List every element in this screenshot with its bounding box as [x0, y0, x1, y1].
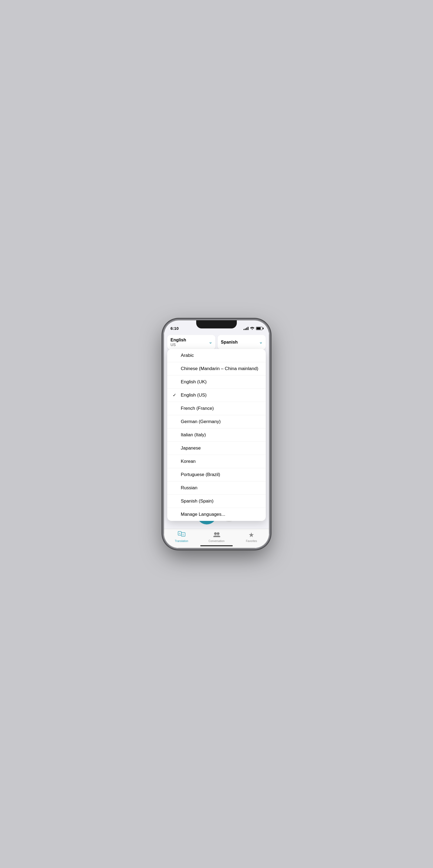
translation-tab-label: Translation	[175, 539, 188, 542]
dropdown-item-manage[interactable]: Manage Languages...	[167, 508, 266, 521]
dropdown-item-english-uk[interactable]: English (UK)	[167, 375, 266, 389]
dropdown-item-spanish[interactable]: Spanish (Spain)	[167, 495, 266, 508]
dropdown-label-arabic: Arabic	[181, 353, 194, 358]
dropdown-label-italian: Italian (Italy)	[181, 432, 206, 438]
dropdown-item-japanese[interactable]: Japanese	[167, 442, 266, 455]
svg-text:文: 文	[182, 534, 184, 535]
conversation-tab-icon	[213, 531, 220, 539]
favorites-tab-icon: ★	[249, 531, 254, 539]
language2-chevron-icon: ⌄	[259, 340, 262, 345]
wifi-icon	[250, 327, 254, 331]
dropdown-label-spanish: Spanish (Spain)	[181, 498, 213, 504]
signal-icon	[243, 327, 249, 330]
home-indicator	[200, 545, 233, 546]
svg-point-8	[214, 532, 217, 535]
dropdown-item-arabic[interactable]: Arabic	[167, 349, 266, 362]
dropdown-label-french: French (France)	[181, 406, 214, 411]
svg-point-9	[217, 532, 220, 535]
battery-icon	[256, 327, 262, 330]
dropdown-label-portuguese: Portuguese (Brazil)	[181, 472, 220, 477]
language2-text: Spanish	[221, 340, 238, 345]
language2-name: Spanish	[221, 340, 238, 345]
tab-favorites[interactable]: ★ Favorites	[234, 531, 269, 542]
checkmark-english-us: ✓	[173, 393, 178, 398]
dropdown-label-korean: Korean	[181, 459, 196, 464]
status-icons	[243, 327, 262, 331]
language2-button[interactable]: Spanish ⌄	[218, 335, 266, 349]
tab-conversation[interactable]: Conversation	[199, 531, 234, 542]
language-dropdown[interactable]: Arabic Chinese (Mandarin – China mainlan…	[167, 349, 266, 521]
dropdown-item-french[interactable]: French (France)	[167, 402, 266, 415]
notch	[196, 320, 237, 329]
dropdown-item-korean[interactable]: Korean	[167, 455, 266, 468]
language-selector-row: English US ⌄ Spanish ⌄	[164, 332, 269, 352]
dropdown-label-english-us: English (US)	[181, 393, 206, 398]
dropdown-item-portuguese[interactable]: Portuguese (Brazil)	[167, 468, 266, 482]
status-time: 6:10	[171, 326, 179, 331]
dropdown-label-english-uk: English (UK)	[181, 379, 206, 385]
dropdown-item-english-us[interactable]: ✓ English (US)	[167, 389, 266, 402]
dropdown-label-manage: Manage Languages...	[181, 512, 225, 517]
dropdown-item-german[interactable]: German (Germany)	[167, 415, 266, 429]
dropdown-label-japanese: Japanese	[181, 445, 201, 451]
dropdown-item-chinese[interactable]: Chinese (Mandarin – China mainland)	[167, 362, 266, 375]
language1-name: English	[171, 338, 186, 342]
language1-sub: US	[171, 342, 186, 347]
conversation-tab-label: Conversation	[209, 539, 225, 542]
dropdown-item-russian[interactable]: Russian	[167, 482, 266, 495]
dropdown-label-german: German (Germany)	[181, 419, 221, 425]
favorites-tab-label: Favorites	[246, 539, 257, 542]
tab-translation[interactable]: A 文 Translation	[164, 531, 199, 542]
translation-tab-icon: A 文	[178, 531, 185, 539]
svg-text:A: A	[179, 532, 180, 534]
language1-text: English US	[171, 338, 186, 347]
dropdown-label-chinese: Chinese (Mandarin – China mainland)	[181, 366, 258, 371]
dropdown-label-russian: Russian	[181, 485, 197, 491]
phone-frame: 6:10	[164, 320, 269, 548]
language1-button[interactable]: English US ⌄	[167, 335, 215, 349]
dropdown-item-italian[interactable]: Italian (Italy)	[167, 429, 266, 442]
language1-chevron-icon: ⌄	[209, 340, 212, 345]
app-content: English US ⌄ Spanish ⌄ Spanish Mu Englis…	[164, 332, 269, 548]
